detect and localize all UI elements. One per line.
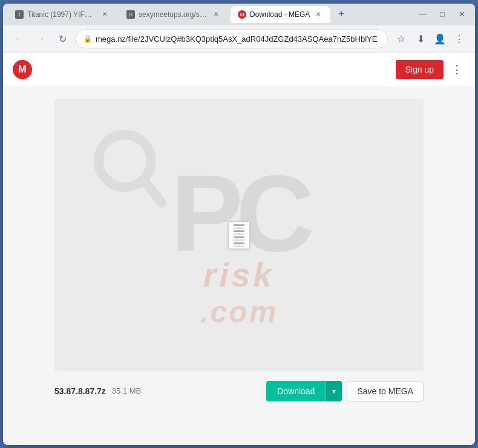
svg-point-0	[99, 134, 151, 187]
zip-stripes	[229, 222, 249, 249]
file-name-section: 53.87.8.87.7z 35.1 MB	[54, 386, 141, 396]
bookmark-button[interactable]: ☆	[393, 30, 410, 47]
address-bar: ← → ↻ 🔒 mega.nz/file/2JVCUlzQ#b3KQ3ptiq5…	[3, 25, 475, 53]
tab-close-mega[interactable]: ✕	[313, 10, 323, 19]
secure-icon: 🔒	[83, 35, 92, 43]
close-button[interactable]: ✕	[453, 6, 470, 23]
mega-menu-icon[interactable]: ⋮	[448, 61, 465, 78]
tab-close-sexy[interactable]: ✕	[211, 10, 221, 19]
tab-label-mega: Download - MEGA	[250, 10, 310, 19]
mega-header-right: Sign up ⋮	[396, 60, 465, 79]
window-controls: — □ ✕	[414, 6, 470, 23]
file-name: 53.87.8.87.7z	[54, 386, 106, 396]
more-button[interactable]: ⋮	[451, 30, 468, 47]
download-btn-group: Download ▾	[266, 381, 342, 401]
zip-stripe-3	[234, 230, 244, 232]
url-bar[interactable]: 🔒 mega.nz/file/2JVCUlzQ#b3KQ3ptiq5AsX_ad…	[76, 29, 388, 48]
watermark-risk-text: risk	[203, 256, 275, 294]
zip-stripe-7	[234, 242, 244, 244]
tab-label-sexy: sexymeetups.org/ss.php	[139, 10, 208, 19]
file-icon-center	[228, 221, 250, 249]
zip-stripe-5	[234, 236, 244, 238]
tab-titanic[interactable]: T Titanic (1997) YIFY - Download ✕	[8, 6, 117, 23]
zip-stripe-4	[234, 233, 244, 235]
download-dropdown-button[interactable]: ▾	[326, 381, 342, 401]
title-bar: T Titanic (1997) YIFY - Download ✕ S sex…	[3, 4, 475, 25]
tab-label-titanic: Titanic (1997) YIFY - Download	[27, 10, 96, 19]
file-zip-icon	[228, 221, 250, 249]
tab-favicon-titanic: T	[15, 10, 24, 19]
file-size: 35.1 MB	[112, 386, 141, 395]
tab-favicon-sexy: S	[126, 10, 135, 19]
watermark-magnifier-icon	[91, 129, 169, 208]
tab-sexy[interactable]: S sexymeetups.org/ss.php ✕	[119, 6, 228, 23]
profile-button[interactable]: 👤	[431, 30, 448, 47]
download-indicator[interactable]: ⬇	[412, 30, 429, 47]
back-button[interactable]: ←	[10, 30, 27, 47]
mega-header: M Sign up ⋮	[3, 53, 475, 87]
download-button[interactable]: Download	[266, 381, 326, 401]
zip-stripe-6	[234, 239, 244, 241]
browser-window: T Titanic (1997) YIFY - Download ✕ S sex…	[3, 4, 475, 445]
save-to-mega-button[interactable]: Save to MEGA	[347, 381, 424, 401]
signup-button[interactable]: Sign up	[396, 60, 444, 79]
page-content: M Sign up ⋮ PC risk	[3, 53, 475, 445]
zip-stripe-8	[234, 245, 244, 247]
zip-stripe-1	[234, 224, 244, 226]
svg-line-1	[144, 180, 162, 203]
forward-button[interactable]: →	[32, 30, 49, 47]
minimize-button[interactable]: —	[414, 6, 431, 23]
file-actions: Download ▾ Save to MEGA	[266, 381, 424, 401]
mega-logo[interactable]: M	[13, 60, 32, 79]
file-preview-box: PC risk .com	[54, 99, 424, 371]
new-tab-button[interactable]: +	[333, 6, 350, 23]
zip-stripe-9	[234, 248, 244, 249]
mega-main: PC risk .com	[3, 87, 475, 414]
tab-close-titanic[interactable]: ✕	[100, 10, 110, 19]
watermark-pc-text: PC	[171, 159, 307, 268]
reload-button[interactable]: ↻	[54, 30, 71, 47]
zip-stripe-2	[234, 227, 244, 229]
maximize-button[interactable]: □	[434, 6, 451, 23]
url-text: mega.nz/file/2JVCUlzQ#b3KQ3ptiq5AsX_adR0…	[96, 34, 380, 44]
file-info-bar: 53.87.8.87.7z 35.1 MB Download ▾ Save to…	[54, 381, 424, 401]
tab-favicon-mega: M	[238, 10, 246, 19]
toolbar-right: ☆ ⬇ 👤 ⋮	[393, 30, 468, 47]
tab-mega[interactable]: M Download - MEGA ✕	[231, 6, 330, 23]
watermark-com-text: .com	[200, 294, 278, 330]
